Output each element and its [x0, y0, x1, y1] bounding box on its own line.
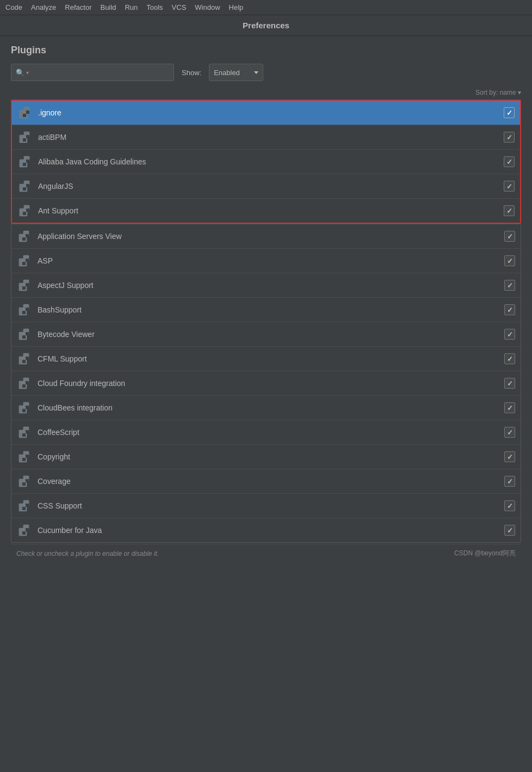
list-item[interactable]: CoffeeScript [11, 420, 521, 445]
svg-rect-54 [26, 430, 29, 433]
status-bar: Check or uncheck a plugin to enable or d… [11, 544, 521, 562]
plugin-checkbox[interactable] [504, 304, 515, 315]
plugin-icon [17, 278, 32, 293]
list-item[interactable]: Cloud Foundry integration [11, 371, 521, 396]
plugin-checkbox[interactable] [504, 353, 515, 364]
plugin-checkbox[interactable] [504, 231, 515, 242]
svg-rect-39 [22, 335, 26, 339]
svg-rect-47 [22, 384, 26, 388]
svg-rect-67 [22, 507, 26, 510]
list-item[interactable]: actiBPM [12, 125, 520, 150]
plugin-checkbox[interactable] [504, 427, 515, 438]
plugins-list-outer: Application Servers View ASP AspectJ Sup… [11, 224, 521, 543]
list-item[interactable]: Ant Support [12, 199, 520, 223]
sort-label[interactable]: Sort by: name ▾ [475, 89, 521, 96]
svg-rect-59 [22, 458, 26, 461]
plugin-name: CSS Support [38, 501, 504, 510]
svg-rect-14 [26, 184, 29, 187]
list-item[interactable]: ASP [11, 249, 521, 273]
plugin-checkbox[interactable] [504, 476, 515, 487]
menu-item-analyze[interactable]: Analyze [31, 3, 56, 11]
list-item[interactable]: AngularJS [12, 174, 520, 199]
search-input[interactable] [31, 69, 169, 77]
plugin-name: Alibaba Java Coding Guidelines [38, 157, 504, 166]
sort-bar: Sort by: name ▾ [11, 87, 521, 99]
plugin-checkbox[interactable] [504, 525, 515, 536]
menu-item-run[interactable]: Run [125, 3, 138, 11]
status-text: Check or uncheck a plugin to enable or d… [16, 550, 159, 557]
plugin-icon [17, 130, 33, 145]
svg-rect-50 [26, 406, 29, 409]
plugin-name: actiBPM [38, 133, 504, 142]
plugin-name: .ignore [38, 108, 504, 117]
svg-rect-51 [22, 409, 26, 412]
menu-bar: Code Analyze Refactor Build Run Tools VC… [0, 0, 532, 15]
plugin-name: Copyright [38, 452, 504, 461]
list-item[interactable]: Alibaba Java Coding Guidelines [12, 150, 520, 174]
svg-rect-19 [23, 212, 26, 215]
list-item[interactable]: Bytecode Viewer [11, 322, 521, 347]
plugin-checkbox[interactable] [504, 329, 515, 340]
menu-item-tools[interactable]: Tools [146, 3, 163, 11]
svg-rect-43 [22, 360, 26, 363]
plugin-icon [17, 154, 33, 169]
svg-rect-71 [22, 531, 26, 535]
plugin-name: AspectJ Support [38, 281, 504, 290]
plugin-name: CoffeeScript [38, 428, 504, 437]
plugin-name: Ant Support [38, 206, 504, 215]
plugin-checkbox[interactable] [504, 181, 515, 192]
plugin-icon [17, 253, 32, 268]
plugin-icon [17, 449, 32, 464]
plugin-name: AngularJS [38, 182, 504, 191]
plugin-name: Cloud Foundry integration [38, 379, 504, 388]
plugin-icon [17, 229, 32, 244]
list-item[interactable]: AspectJ Support [11, 273, 521, 298]
menu-item-code[interactable]: Code [5, 3, 22, 11]
plugin-name: Cucumber for Java [38, 526, 504, 535]
plugin-checkbox[interactable] [504, 156, 515, 167]
menu-item-refactor[interactable]: Refactor [65, 3, 91, 11]
plugin-icon [17, 105, 33, 120]
list-item[interactable]: .ignore [12, 101, 520, 125]
list-item[interactable]: CSS Support [11, 494, 521, 518]
show-dropdown[interactable]: Enabled [209, 64, 263, 81]
svg-rect-10 [26, 160, 29, 163]
plugin-checkbox[interactable] [504, 451, 515, 462]
plugin-checkbox[interactable] [504, 132, 515, 143]
list-item[interactable]: BashSupport [11, 298, 521, 322]
menu-item-build[interactable]: Build [100, 3, 116, 11]
menu-item-help[interactable]: Help [229, 3, 244, 11]
plugin-checkbox[interactable] [504, 402, 515, 413]
plugin-name: Application Servers View [38, 232, 504, 241]
svg-rect-27 [22, 262, 26, 265]
plugin-name: Bytecode Viewer [38, 330, 504, 339]
list-item[interactable]: Application Servers View [11, 224, 521, 249]
plugin-checkbox[interactable] [504, 378, 515, 389]
list-item[interactable]: CFML Support [11, 347, 521, 371]
search-icon[interactable]: 🔍 ▾ [16, 69, 29, 77]
plugin-checkbox[interactable] [504, 205, 515, 216]
plugin-checkbox[interactable] [504, 255, 515, 266]
plugin-name: CFML Support [38, 354, 504, 363]
svg-rect-35 [22, 311, 26, 314]
plugin-checkbox[interactable] [504, 107, 515, 118]
menu-item-vcs[interactable]: VCS [172, 3, 187, 11]
svg-rect-34 [26, 308, 29, 311]
list-item[interactable]: Coverage [11, 469, 521, 494]
plugin-icon [17, 425, 32, 440]
list-item[interactable]: Cucumber for Java [11, 518, 521, 542]
svg-rect-30 [26, 283, 29, 286]
svg-rect-38 [26, 332, 29, 335]
svg-rect-6 [26, 135, 29, 138]
plugins-list-top: .ignore actiBPM Alibaba Java Coding Guid… [12, 101, 520, 223]
chevron-down-icon [254, 71, 258, 74]
menu-item-window[interactable]: Window [195, 3, 220, 11]
plugin-checkbox[interactable] [504, 280, 515, 291]
plugin-checkbox[interactable] [504, 500, 515, 511]
svg-rect-18 [26, 209, 29, 212]
plugin-icon [17, 523, 32, 538]
list-item[interactable]: Copyright [11, 445, 521, 469]
search-box[interactable]: 🔍 ▾ [11, 64, 174, 81]
svg-rect-2 [26, 111, 29, 114]
list-item[interactable]: CloudBees integration [11, 396, 521, 420]
